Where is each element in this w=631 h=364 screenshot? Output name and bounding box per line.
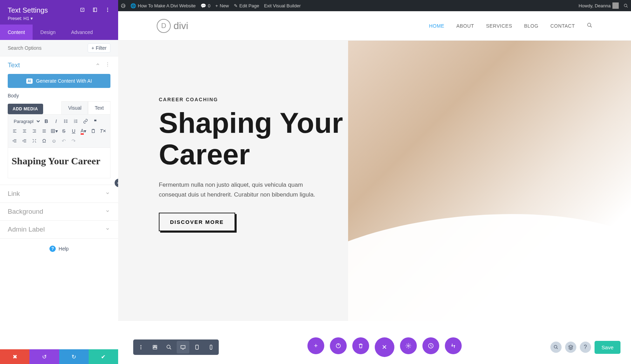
- nav-item-home[interactable]: HOME: [429, 23, 445, 29]
- hero-eyebrow[interactable]: CAREER COACHING: [159, 97, 348, 102]
- exit-builder-link[interactable]: Exit Visual Builder: [264, 3, 301, 8]
- apply-button[interactable]: ✔: [89, 349, 118, 364]
- bold-button[interactable]: B: [42, 117, 51, 126]
- preset-label[interactable]: Preset: H1 ▾: [8, 16, 110, 21]
- background-section-header[interactable]: Background: [0, 203, 118, 220]
- editor-content[interactable]: Shaping Your Career: [8, 148, 110, 178]
- paste-button[interactable]: [89, 126, 98, 136]
- hero-title[interactable]: Shaping Your Career: [159, 107, 348, 170]
- help-toolbar-button[interactable]: ?: [580, 342, 591, 353]
- undo-changes-button[interactable]: ↺: [29, 349, 59, 364]
- text-section-header[interactable]: Text: [0, 56, 118, 74]
- tablet-view-button[interactable]: [191, 341, 203, 353]
- search-icon[interactable]: [624, 4, 628, 8]
- clear-format-button[interactable]: T✕: [99, 126, 108, 136]
- layers-button[interactable]: [565, 342, 576, 353]
- more-icon[interactable]: [105, 62, 110, 69]
- page-settings-button[interactable]: [400, 337, 417, 354]
- sidebar-header: Text Settings Preset: H1 ▾: [0, 0, 118, 25]
- tab-design[interactable]: Design: [33, 25, 63, 40]
- svg-rect-61: [210, 345, 212, 349]
- wireframe-button[interactable]: [149, 341, 161, 353]
- table-button[interactable]: ▾: [49, 126, 59, 136]
- help-button[interactable]: ? Help: [0, 239, 118, 259]
- hero-image[interactable]: [348, 41, 631, 321]
- cta-button[interactable]: DISCOVER MORE: [159, 213, 235, 231]
- svg-rect-55: [153, 348, 157, 349]
- collapse-icon[interactable]: [95, 62, 101, 69]
- close-builder-button[interactable]: ✕: [375, 337, 394, 357]
- responsive-icon[interactable]: [80, 7, 85, 14]
- search-row: + Filter: [0, 40, 118, 56]
- menu-button[interactable]: [135, 341, 147, 353]
- special-char-button[interactable]: Ω: [40, 136, 49, 145]
- text-color-button[interactable]: A▾: [79, 126, 88, 136]
- align-left-button[interactable]: [10, 126, 19, 136]
- comments-link[interactable]: 💬0: [201, 3, 210, 8]
- wp-logo-icon[interactable]: [121, 4, 125, 8]
- background-section: Background: [0, 203, 118, 221]
- power-button[interactable]: [330, 337, 347, 354]
- history-button[interactable]: [422, 337, 439, 354]
- nav-search-icon[interactable]: [587, 22, 592, 29]
- link-button[interactable]: [81, 117, 90, 126]
- tab-content[interactable]: Content: [0, 25, 33, 40]
- delete-button[interactable]: [352, 337, 369, 354]
- desktop-view-button[interactable]: [177, 341, 189, 353]
- expand-icon[interactable]: [92, 7, 98, 14]
- search-input[interactable]: [8, 45, 88, 51]
- ul-button[interactable]: [61, 117, 70, 126]
- svg-point-51: [141, 347, 142, 348]
- generate-ai-button[interactable]: AI Generate Content With AI: [8, 74, 110, 88]
- svg-rect-37: [92, 129, 95, 132]
- indent-button[interactable]: [20, 136, 29, 145]
- discard-button[interactable]: ✖: [0, 349, 29, 364]
- new-link[interactable]: +New: [215, 3, 229, 8]
- editor-tab-text[interactable]: Text: [88, 101, 110, 114]
- more-icon[interactable]: [105, 7, 110, 14]
- emoji-button[interactable]: ☺: [49, 136, 59, 145]
- italic-button[interactable]: I: [52, 117, 61, 126]
- ol-button[interactable]: 123: [71, 117, 80, 126]
- howdy-link[interactable]: Howdy, Deanna: [578, 2, 619, 9]
- svg-point-5: [107, 9, 108, 10]
- align-center-button[interactable]: [20, 126, 29, 136]
- format-select[interactable]: Paragraph: [10, 117, 41, 126]
- tab-advanced[interactable]: Advanced: [63, 25, 101, 40]
- save-button[interactable]: Save: [595, 341, 620, 354]
- portability-button[interactable]: [445, 337, 462, 354]
- admin-label-section-header[interactable]: Admin Label: [0, 221, 118, 238]
- redo-changes-button[interactable]: ↻: [59, 349, 89, 364]
- align-justify-button[interactable]: [40, 126, 49, 136]
- avatar: [612, 2, 619, 9]
- svg-rect-2: [93, 8, 96, 12]
- filter-button[interactable]: + Filter: [88, 43, 110, 53]
- search-page-button[interactable]: [550, 342, 562, 353]
- editor-tab-visual[interactable]: Visual: [61, 101, 88, 114]
- site-name-link[interactable]: 🌐How To Make A Divi Website: [130, 3, 196, 8]
- underline-button[interactable]: U: [69, 126, 78, 136]
- nav-item-about[interactable]: ABOUT: [456, 23, 474, 29]
- quote-button[interactable]: ❝: [91, 117, 100, 126]
- strikethrough-button[interactable]: S: [59, 126, 68, 136]
- nav-item-contact[interactable]: CONTACT: [550, 23, 575, 29]
- svg-point-46: [624, 4, 627, 7]
- svg-rect-38: [93, 129, 94, 130]
- site-logo[interactable]: D divi: [157, 19, 188, 33]
- add-element-button[interactable]: +: [307, 337, 324, 354]
- undo-button[interactable]: ↶: [59, 136, 68, 145]
- add-media-button[interactable]: ADD MEDIA: [8, 104, 43, 114]
- nav-item-services[interactable]: SERVICES: [486, 23, 512, 29]
- edit-page-link[interactable]: ✎Edit Page: [234, 3, 259, 8]
- nav-item-blog[interactable]: BLOG: [524, 23, 538, 29]
- outdent-button[interactable]: [10, 136, 19, 145]
- align-right-button[interactable]: [30, 126, 39, 136]
- phone-view-button[interactable]: [205, 341, 217, 353]
- link-section-header[interactable]: Link: [0, 185, 118, 202]
- view-controls: [133, 339, 219, 355]
- fullscreen-button[interactable]: [30, 136, 39, 145]
- zoom-button[interactable]: [163, 341, 175, 353]
- chevron-down-icon: [105, 226, 110, 233]
- redo-button[interactable]: ↷: [69, 136, 78, 145]
- hero-description[interactable]: Fermentum nulla non justo aliquet, quis …: [159, 180, 327, 199]
